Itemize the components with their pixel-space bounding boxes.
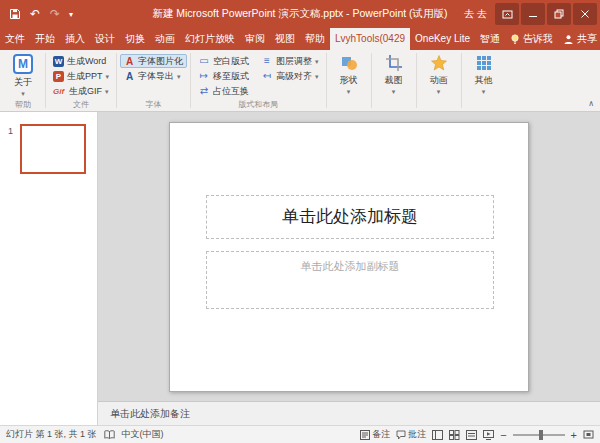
collapse-ribbon-button[interactable]: ∧ xyxy=(588,99,594,108)
font-export-button[interactable]: A 字体导出 ▾ xyxy=(120,69,187,83)
font-to-image-button[interactable]: A 字体图片化 xyxy=(120,54,187,68)
title-placeholder[interactable]: 单击此处添加标题 xyxy=(206,195,494,239)
shapes-button[interactable]: 形状 ▾ xyxy=(330,52,368,95)
generate-gif-button[interactable]: Gif 生成GIF ▾ xyxy=(49,84,113,98)
generate-word-label: 生成Word xyxy=(67,55,106,68)
font-to-image-label: 字体图片化 xyxy=(138,55,183,68)
move-to-layout-button[interactable]: ↦ 移至版式 xyxy=(194,69,253,83)
powerpoint-window: ↶ ↷ ▾ 新建 Microsoft PowerPoint 演示文稿.pptx … xyxy=(0,0,600,443)
zoom-in-button[interactable]: + xyxy=(571,430,577,440)
placeholder-swap-button[interactable]: ⇄ 占位互换 xyxy=(194,84,253,98)
crop-image-button[interactable]: 裁图 ▾ xyxy=(375,52,413,95)
normal-view-icon xyxy=(432,430,443,440)
chevron-down-icon: ▾ xyxy=(392,88,396,95)
subtitle-placeholder[interactable]: 单击此处添加副标题 xyxy=(206,251,494,309)
tell-me-box[interactable]: 告诉我 xyxy=(505,28,558,50)
comments-toggle[interactable]: 批注 xyxy=(396,428,426,441)
placeholder-swap-label: 占位互换 xyxy=(213,85,249,98)
move-layout-icon: ↦ xyxy=(198,70,210,82)
move-to-layout-label: 移至版式 xyxy=(213,70,249,83)
word-icon: W xyxy=(53,56,64,67)
view-sorter-button[interactable] xyxy=(449,430,460,440)
slide[interactable]: 单击此处添加标题 单击此处添加副标题 xyxy=(169,122,529,392)
zoom-slider-thumb[interactable] xyxy=(539,430,543,440)
ribbon-group-layout: ▭ 空白版式 ↦ 移至版式 ⇄ 占位互换 ≡ 图层调整 xyxy=(192,50,325,111)
swap-icon: ⇄ xyxy=(198,85,210,97)
restore-button[interactable] xyxy=(547,3,571,25)
blank-layout-label: 空白版式 xyxy=(213,55,249,68)
close-icon xyxy=(580,9,590,19)
slide-counter: 幻灯片 第 1 张, 共 1 张 xyxy=(6,428,97,441)
others-button[interactable]: 其他 ▾ xyxy=(465,52,503,95)
slide-thumbnail[interactable] xyxy=(20,124,86,174)
save-icon xyxy=(9,8,21,20)
chevron-down-icon: ▾ xyxy=(21,90,25,97)
generate-word-button[interactable]: W 生成Word xyxy=(49,54,113,68)
tab-onekey-lite[interactable]: OneKey Lite xyxy=(410,28,475,50)
group-separator xyxy=(116,53,117,108)
zoom-slider[interactable] xyxy=(513,434,565,436)
generate-ppt-button[interactable]: P 生成PPT ▾ xyxy=(49,69,113,83)
ribbon-display-icon xyxy=(502,9,513,20)
tab-lvyhtools[interactable]: LvyhTools(0429 xyxy=(330,28,410,50)
about-button[interactable]: M 关于 ▾ xyxy=(4,52,42,97)
notes-placeholder[interactable]: 单击此处添加备注 xyxy=(110,407,190,421)
view-reading-button[interactable] xyxy=(466,430,477,440)
slide-thumbnail-panel[interactable]: 1 xyxy=(0,112,98,425)
account-name[interactable]: 去 去 xyxy=(464,7,487,21)
font-export-label: 字体导出 xyxy=(138,70,174,83)
tab-file[interactable]: 文件 xyxy=(0,28,30,50)
zoom-out-button[interactable]: − xyxy=(500,430,506,440)
tab-transitions[interactable]: 切换 xyxy=(120,28,150,50)
view-slideshow-button[interactable] xyxy=(483,430,494,440)
tab-home[interactable]: 开始 xyxy=(30,28,60,50)
tab-help[interactable]: 帮助 xyxy=(300,28,330,50)
advanced-align-button[interactable]: ↤ 高级对齐 ▾ xyxy=(257,69,323,83)
close-button[interactable] xyxy=(573,3,597,25)
share-button[interactable]: 共享 xyxy=(558,28,600,50)
tab-view[interactable]: 视图 xyxy=(270,28,300,50)
qat-customize-button[interactable]: ▾ xyxy=(66,5,76,23)
tab-insert[interactable]: 插入 xyxy=(60,28,90,50)
layer-adjust-button[interactable]: ≡ 图层调整 ▾ xyxy=(257,54,323,68)
tab-animations[interactable]: 动画 xyxy=(150,28,180,50)
slide-sorter-icon xyxy=(449,430,460,440)
gif-icon: Gif xyxy=(53,87,66,96)
minimize-button[interactable] xyxy=(521,3,545,25)
about-label: 关于 xyxy=(14,76,32,89)
notes-pane[interactable]: 单击此处添加备注 xyxy=(98,401,600,425)
language-status[interactable]: 中文(中国) xyxy=(122,428,164,441)
tab-review[interactable]: 审阅 xyxy=(240,28,270,50)
group-label-file: 文件 xyxy=(49,98,113,111)
slide-canvas[interactable]: 单击此处添加标题 单击此处添加副标题 xyxy=(98,112,600,401)
redo-button[interactable]: ↷ xyxy=(46,5,64,23)
save-button[interactable] xyxy=(6,5,24,23)
person-icon xyxy=(563,34,574,45)
ribbon: M 关于 ▾ 帮助 W 生成Word P 生成PPT ▾ xyxy=(0,50,600,112)
animation-label: 动画 xyxy=(430,74,448,87)
ribbon-display-options-button[interactable] xyxy=(495,3,519,25)
tab-slide-show[interactable]: 幻灯片放映 xyxy=(180,28,240,50)
chevron-down-icon: ▾ xyxy=(105,88,109,95)
titlebar-controls: 去 去 xyxy=(464,3,600,25)
undo-button[interactable]: ↶ xyxy=(26,5,44,23)
view-normal-button[interactable] xyxy=(432,430,443,440)
chevron-down-icon: ▾ xyxy=(315,73,319,80)
chevron-down-icon: ▾ xyxy=(106,73,110,80)
tab-design[interactable]: 设计 xyxy=(90,28,120,50)
reading-view-icon xyxy=(466,430,477,440)
animation-button[interactable]: 动画 ▾ xyxy=(420,52,458,95)
fit-to-window-button[interactable] xyxy=(583,429,594,440)
group-label-layout: 版式和布局 xyxy=(194,98,323,111)
chevron-down-icon: ▾ xyxy=(315,58,319,65)
notes-icon xyxy=(360,430,370,440)
fit-slide-icon xyxy=(583,429,594,440)
group-separator xyxy=(416,53,417,108)
spellcheck-icon[interactable] xyxy=(104,430,115,440)
tab-zhitong[interactable]: 智通 xyxy=(475,28,505,50)
notes-toggle[interactable]: 备注 xyxy=(360,428,390,441)
blank-layout-button[interactable]: ▭ 空白版式 xyxy=(194,54,253,68)
layer-adjust-label: 图层调整 xyxy=(276,55,312,68)
titlebar: ↶ ↷ ▾ 新建 Microsoft PowerPoint 演示文稿.pptx … xyxy=(0,0,600,28)
blank-layout-icon: ▭ xyxy=(198,55,210,67)
